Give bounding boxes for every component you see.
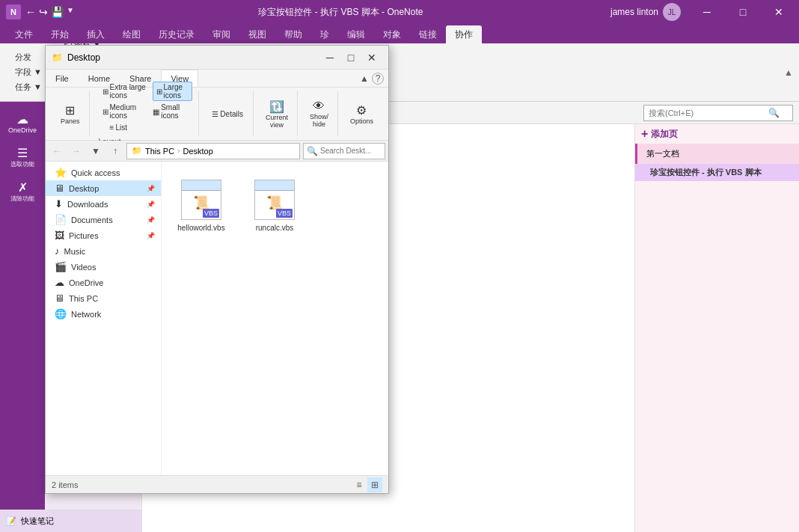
maximize-button[interactable]: □	[726, 0, 760, 24]
tab-history[interactable]: 历史记录	[150, 25, 203, 43]
ribbon-collapse-btn[interactable]: ▲	[784, 67, 793, 78]
explorer-maximize-btn[interactable]: □	[340, 47, 361, 68]
medium-icons-btn[interactable]: ⊞ Medium icons	[99, 102, 148, 121]
right-section-first-doc[interactable]: 第一文档	[635, 144, 799, 164]
window-title: 珍宝按钮控件 - 执行 VBS 脚本 - OneNote	[80, 6, 601, 19]
exp-show-hide-group: 👁 Show/hide	[301, 91, 338, 136]
large-icon-view-btn[interactable]: ⊞	[367, 477, 382, 492]
sidebar-clear[interactable]: ✗ 清除功能	[4, 176, 41, 207]
sidebar-this-pc-label: This PC	[69, 294, 98, 303]
fields-btn[interactable]: 字段 ▼	[12, 65, 45, 79]
tab-collaborate[interactable]: 协作	[446, 25, 482, 43]
sidebar-this-pc[interactable]: 🖥 This PC	[46, 290, 161, 306]
sidebar-music[interactable]: ♪ Music	[46, 243, 161, 259]
sidebar-downloads-label: Downloads	[67, 200, 108, 209]
sidebar-documents[interactable]: 📄 Documents 📌	[46, 212, 161, 227]
large-icons-btn[interactable]: ⊞ Large icons	[153, 82, 193, 101]
app-icon: N	[6, 4, 21, 19]
search-icon: 🔍	[768, 108, 780, 118]
avatar[interactable]: JL	[663, 3, 681, 21]
panes-btn[interactable]: ⊞ Panes	[58, 102, 83, 126]
right-panel: + 添加页 第一文档 珍宝按钮控件 - 执行 VBS 脚本	[634, 124, 799, 532]
sidebar-onedrive[interactable]: ☁ OneDrive	[46, 275, 161, 290]
sidebar-desktop[interactable]: 🖥 Desktop 📌	[46, 180, 161, 196]
extra-large-icon: ⊞	[102, 88, 108, 96]
distribute-btn[interactable]: 分发	[12, 50, 45, 64]
medium-label: Medium icons	[110, 103, 144, 120]
extra-large-icons-btn[interactable]: ⊞ Extra large icons	[99, 82, 151, 101]
nav-recent-btn[interactable]: ▼	[88, 143, 104, 159]
explorer-tab-file[interactable]: File	[46, 70, 79, 87]
ribbon-help-icon[interactable]: ?	[372, 73, 384, 85]
list-view-btn[interactable]: ≡	[352, 477, 367, 492]
vbs-icon-header	[182, 180, 221, 191]
tab-insert[interactable]: 插入	[78, 25, 114, 43]
explorer-addressbar: ← → ▼ ↑ 📁 This PC › Desktop 🔍	[46, 141, 388, 162]
explorer-minimize-btn[interactable]: ─	[319, 47, 340, 68]
options-icon: ⚙	[356, 103, 367, 117]
details-btn[interactable]: ☰ Details	[208, 108, 247, 120]
sidebar-quick-access[interactable]: ⭐ Quick access	[46, 165, 161, 180]
tab-link[interactable]: 链接	[410, 25, 446, 43]
show-hide-btn[interactable]: 👁 Show/hide	[307, 98, 331, 129]
close-button[interactable]: ✕	[762, 0, 796, 24]
sidebar-select[interactable]: ☰ 选取功能	[4, 141, 41, 173]
tab-help[interactable]: 帮助	[275, 25, 311, 43]
small-icons-btn[interactable]: ▦ Small icons	[149, 102, 192, 121]
tab-object[interactable]: 对象	[374, 25, 410, 43]
tab-file[interactable]: 文件	[6, 25, 42, 43]
sidebar-onedrive[interactable]: ☁ OneDrive	[4, 108, 41, 138]
username-label: james linton	[610, 7, 658, 17]
explorer-ribbon-tabs: File Home Share View ▲ ?	[46, 70, 388, 88]
file-item-helloworld[interactable]: 📜 VBS helloworld.vbs	[168, 168, 235, 242]
sidebar-music-label: Music	[64, 247, 86, 256]
quick-notes-bar: 📝 快速笔记	[0, 510, 142, 532]
ribbon-tab-bar: 文件 开始 插入 绘图 历史记录 审阅 视图 帮助 珍 编辑 对象 链接 协作	[0, 24, 799, 43]
minimize-button[interactable]: ─	[690, 0, 724, 24]
sidebar-onedrive-label: OneDrive	[69, 278, 103, 287]
sidebar-downloads[interactable]: ⬇ Downloads 📌	[46, 196, 161, 212]
tab-home[interactable]: 开始	[42, 25, 78, 43]
exp-details-group: ☰ Details	[202, 91, 254, 136]
extra-large-label: Extra large icons	[110, 83, 147, 100]
tab-review[interactable]: 审阅	[203, 25, 239, 43]
nav-forward-btn[interactable]: →	[68, 143, 85, 159]
ribbon-up-icon[interactable]: ▲	[360, 73, 369, 84]
star-icon: ⭐	[55, 167, 67, 178]
music-icon: ♪	[55, 245, 60, 257]
save-icon[interactable]: 💾	[51, 6, 64, 18]
sidebar-videos[interactable]: 🎬 Videos	[46, 259, 161, 275]
list-btn[interactable]: ≡ List	[106, 122, 131, 133]
nav-up-btn[interactable]: ↑	[107, 143, 123, 159]
explorer-search-box[interactable]: 🔍	[303, 143, 385, 159]
list-icon: ≡	[110, 123, 114, 132]
explorer-search-input[interactable]	[320, 147, 380, 155]
redo-icon[interactable]: ↪	[39, 6, 48, 18]
back-arrow-icon[interactable]: ←	[25, 6, 36, 18]
address-box[interactable]: 📁 This PC › Desktop	[126, 143, 300, 159]
task-btn[interactable]: 任务 ▼	[12, 80, 45, 94]
tab-zhen[interactable]: 珍	[311, 25, 338, 43]
explorer-close-btn[interactable]: ✕	[361, 47, 382, 68]
file-item-runcalc[interactable]: 📜 VBS runcalc.vbs	[241, 168, 308, 242]
status-view-buttons: ≡ ⊞	[352, 477, 382, 492]
folder-icon: 📁	[52, 52, 63, 63]
tab-edit[interactable]: 编辑	[338, 25, 374, 43]
explorer-titlebar: 📁 Desktop ─ □ ✕	[46, 46, 388, 70]
onenote-search-box[interactable]: 🔍	[643, 105, 793, 121]
right-page-item[interactable]: 珍宝按钮控件 - 执行 VBS 脚本	[635, 164, 799, 181]
current-view-btn[interactable]: 🔃 Currentview	[263, 98, 291, 130]
tab-draw[interactable]: 绘图	[114, 25, 150, 43]
sidebar-network[interactable]: 🌐 Network	[46, 306, 161, 322]
tab-view[interactable]: 视图	[239, 25, 275, 43]
add-page-button[interactable]: + 添加页	[635, 124, 799, 144]
show-hide-label: Show/hide	[310, 113, 328, 128]
sidebar-pictures[interactable]: 🖼 Pictures 📌	[46, 227, 161, 243]
undo-redo-area: ← ↪ 💾 ▼	[25, 6, 74, 18]
options-btn[interactable]: ⚙ Options	[347, 102, 376, 126]
runcalc-file-icon: 📜 VBS	[254, 179, 296, 221]
onenote-search-input[interactable]	[649, 108, 768, 117]
nav-back-btn[interactable]: ←	[49, 143, 65, 159]
dropdown-arrow-icon[interactable]: ▼	[67, 6, 74, 18]
address-path-2: Desktop	[183, 147, 212, 156]
